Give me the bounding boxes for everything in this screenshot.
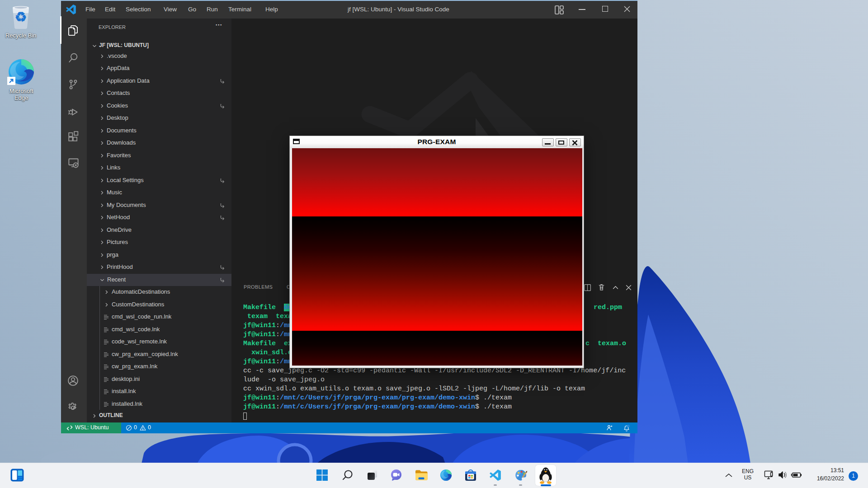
svg-text:♻: ♻ bbox=[15, 9, 27, 24]
